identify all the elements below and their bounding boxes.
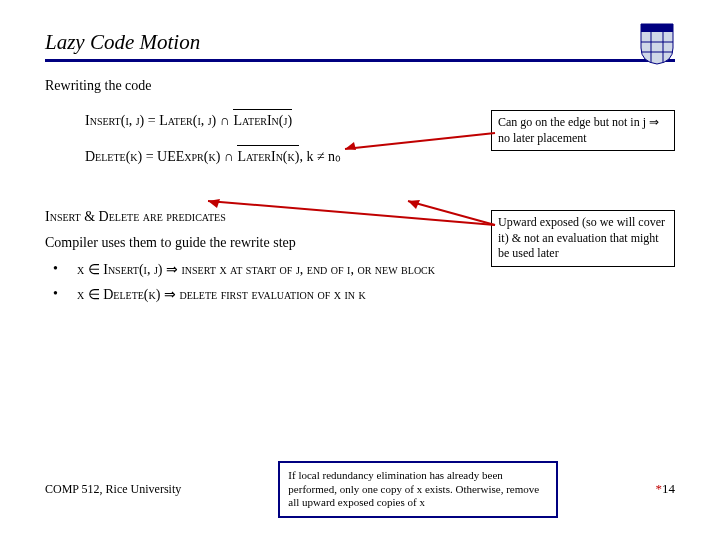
subtitle: Rewriting the code	[45, 78, 675, 94]
bullet-item: • x ∈ Delete(k) ⇒ delete first evaluatio…	[53, 286, 675, 303]
predicates-line: Insert & Delete are predicates	[45, 209, 226, 224]
callout-upward: Upward exposed (so we will cover it) & n…	[491, 210, 675, 267]
callout-edge: Can go on the edge but not in j ⇒ no lat…	[491, 110, 675, 151]
page-title: Lazy Code Motion	[45, 30, 675, 55]
svg-marker-9	[408, 200, 420, 209]
title-underline	[45, 59, 675, 62]
page-number: *14	[656, 481, 676, 497]
footer-course: COMP 512, Rice University	[45, 482, 181, 497]
footnote-box: If local redundancy elimination has alre…	[278, 461, 558, 518]
footer: COMP 512, Rice University If local redun…	[45, 461, 675, 518]
shield-icon	[639, 22, 675, 66]
svg-marker-7	[208, 199, 220, 208]
